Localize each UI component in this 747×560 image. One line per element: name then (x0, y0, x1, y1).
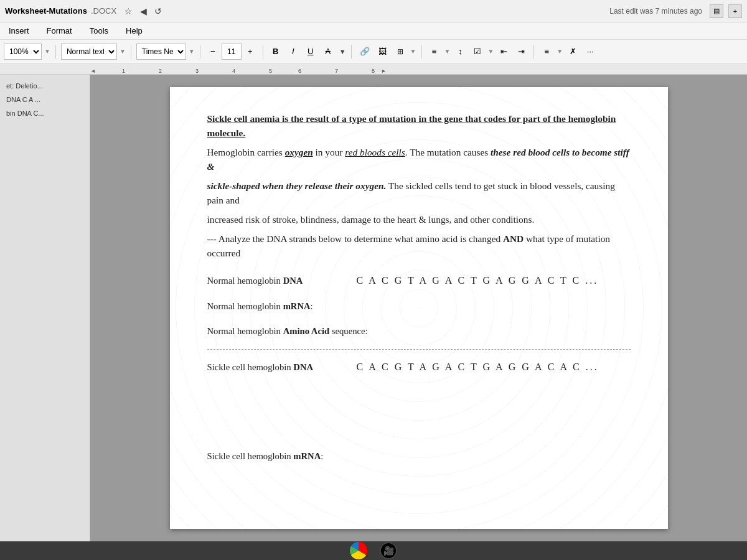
separator-4 (263, 45, 263, 58)
link-button[interactable]: 🔗 (357, 44, 373, 60)
strikethrough-button[interactable]: A (321, 44, 336, 60)
line-spacing-button[interactable]: ↕ (453, 44, 467, 60)
intro-para-1: Sickle cell anemia is the result of a ty… (207, 112, 631, 141)
sidebar-item-2[interactable]: DNA C A ... (4, 93, 86, 106)
ruler-mark-start: ◄ (90, 68, 96, 74)
document-title: Worksheet-Mutations (5, 6, 87, 16)
document-ext: .DOCX (91, 6, 116, 16)
indent-less-button[interactable]: ⇤ (496, 44, 511, 60)
and-text: AND (503, 233, 524, 244)
checklist-button[interactable]: ☑ (470, 44, 485, 60)
more-button[interactable]: ··· (583, 44, 598, 60)
amino-bold-1: Amino Acid (283, 326, 330, 336)
taskbar: 🎥 (0, 541, 747, 560)
menu-tools[interactable]: Tools (86, 25, 112, 37)
sickle-mrna-bold: mRNA (293, 451, 321, 461)
sickle-mrna-row: Sickle cell hemoglobin mRNA: (207, 449, 631, 463)
sickle-dna-label: Sickle cell hemoglobin DNA (207, 360, 344, 374)
last-edit-text: Last edit was 7 minutes ago (609, 7, 702, 16)
ruler-num-8: 8 (372, 68, 375, 74)
divider-line (207, 349, 631, 350)
document-area[interactable]: Sickle cell anemia is the result of a ty… (90, 75, 747, 541)
dna-bold-1: DNA (283, 276, 303, 286)
expand-button[interactable]: + (728, 4, 742, 18)
star-icon[interactable]: ☆ (123, 6, 134, 17)
normal-dna-label: Normal hemoglobin DNA (207, 274, 344, 287)
ruler-num-3: 3 (195, 68, 199, 74)
main-layout: et: Deletio... DNA C A ... bin DNA C... … (0, 75, 747, 541)
table-button[interactable]: ⊞ (393, 44, 408, 60)
minimize-button[interactable]: ▤ (710, 4, 723, 18)
separator-2 (131, 45, 131, 58)
align-button[interactable]: ≡ (539, 44, 554, 60)
ruler-num-1: 1 (122, 68, 125, 74)
separator-1 (55, 45, 56, 58)
sickle-shaped-text: sickle-shaped when they release their ox… (207, 180, 387, 191)
style-select[interactable]: Normal text (61, 44, 117, 60)
title-bar: Worksheet-Mutations .DOCX ☆ ◀ ↺ Last edi… (0, 0, 747, 22)
normal-dna-row: Normal hemoglobin DNA C A C G T A G A C … (207, 273, 631, 288)
video-icon[interactable]: 🎥 (380, 542, 397, 559)
clear-format-button[interactable]: ✗ (565, 44, 580, 60)
text-color-indicator: ▼ (339, 48, 346, 55)
back-icon[interactable]: ◀ (138, 6, 149, 17)
check-arrow: ▼ (487, 48, 494, 55)
sickle-dna-bold: DNA (293, 362, 313, 372)
dna-section: Normal hemoglobin DNA C A C G T A G A C … (207, 273, 631, 463)
menu-bar: Insert Format Tools Help (0, 22, 747, 40)
intro-para-3: sickle-shaped when they release their ox… (207, 179, 631, 208)
sickle-mrna-label: Sickle cell hemoglobin mRNA: (207, 449, 344, 463)
stiff-text: these red blood cells to become stiff & (207, 147, 629, 172)
font-size-plus[interactable]: + (243, 44, 258, 60)
table-arrow: ▼ (410, 48, 416, 55)
mrna-bold-1: mRNA (283, 301, 311, 311)
intro-bold-1: Sickle cell anemia is the result of a ty… (207, 113, 616, 138)
sidebar-item-3[interactable]: bin DNA C... (4, 107, 86, 119)
bold-button[interactable]: B (268, 44, 283, 60)
align-arrow: ▼ (557, 48, 563, 55)
intro-para-5: --- Analyze the DNA strands below to det… (207, 232, 631, 261)
indent-more-button[interactable]: ⇥ (514, 44, 529, 60)
underline-button[interactable]: U (303, 44, 318, 60)
ruler-num-7: 7 (335, 68, 338, 74)
red-text: red bloods cells (345, 147, 405, 157)
italic-button[interactable]: I (286, 44, 301, 60)
menu-help[interactable]: Help (122, 25, 146, 37)
font-size-area: − + (205, 44, 258, 60)
font-arrow: ▼ (189, 48, 195, 55)
ruler-num-4: 4 (232, 68, 235, 74)
ruler-num-5: 5 (269, 68, 272, 74)
style-arrow: ▼ (120, 48, 126, 55)
title-bar-right: ▤ + (710, 4, 742, 18)
normal-amino-row: Normal hemoglobin Amino Acid sequence: (207, 324, 631, 338)
sidebar: et: Deletio... DNA C A ... bin DNA C... (0, 75, 90, 541)
chrome-icon[interactable] (350, 542, 367, 559)
zoom-arrow: ▼ (44, 48, 50, 55)
menu-insert[interactable]: Insert (5, 25, 33, 37)
font-select[interactable]: Times New... (136, 44, 186, 60)
normal-mrna-row: Normal hemoglobin mRNA: (207, 299, 631, 313)
font-size-input[interactable] (222, 44, 242, 60)
sidebar-item-1[interactable]: et: Deletio... (4, 80, 86, 92)
normal-mrna-label: Normal hemoglobin mRNA: (207, 299, 344, 313)
sickle-dna-sequence: C A C G T A G A C T G A G G A C A C ... (357, 360, 599, 375)
sickle-dna-row: Sickle cell hemoglobin DNA C A C G T A G… (207, 360, 631, 375)
separator-5 (351, 45, 352, 58)
document-page: Sickle cell anemia is the result of a ty… (170, 87, 668, 529)
list-indent-button[interactable]: ≡ (427, 44, 442, 60)
separator-6 (421, 45, 422, 58)
font-size-minus[interactable]: − (205, 44, 220, 60)
ruler-marks: ◄ 1 2 3 4 5 6 7 8 ► (90, 63, 387, 74)
list-arrow: ▼ (444, 48, 451, 55)
oxygen-text: oxygen (285, 147, 313, 157)
separator-7 (533, 45, 534, 58)
zoom-select[interactable]: 100% (4, 44, 42, 60)
separator-3 (200, 45, 200, 58)
ruler: ◄ 1 2 3 4 5 6 7 8 ► (0, 63, 747, 75)
normal-amino-label: Normal hemoglobin Amino Acid sequence: (207, 324, 368, 338)
image-button[interactable]: 🖼 (375, 44, 390, 60)
refresh-icon[interactable]: ↺ (153, 6, 164, 17)
menu-format[interactable]: Format (43, 25, 76, 37)
ruler-num-2: 2 (159, 68, 162, 74)
toolbar: 100% ▼ Normal text ▼ Times New... ▼ − + … (0, 40, 747, 63)
